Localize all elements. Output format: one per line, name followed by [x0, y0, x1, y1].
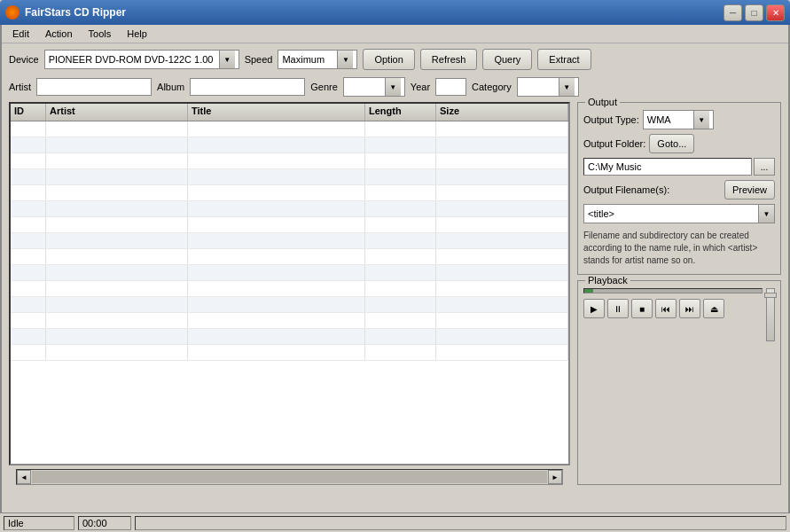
query-button[interactable]: Query: [482, 49, 532, 70]
minimize-button[interactable]: ─: [724, 4, 742, 21]
app-title: FairStars CD Ripper: [25, 6, 126, 19]
col-id-header: ID: [11, 104, 46, 121]
browse-button[interactable]: ...: [754, 158, 775, 176]
horizontal-scrollbar[interactable]: ◄ ►: [16, 469, 563, 485]
progress-fill: [584, 289, 593, 293]
device-input[interactable]: [45, 53, 219, 66]
table-row[interactable]: [11, 137, 568, 153]
pause-button[interactable]: ⏸: [607, 299, 629, 318]
prev-button[interactable]: ⏮: [655, 299, 677, 318]
title-bar: FairStars CD Ripper ─ □ ✕: [0, 0, 790, 25]
filename-input[interactable]: [584, 207, 758, 220]
table-row[interactable]: [11, 249, 568, 265]
artist-label: Artist: [9, 82, 31, 92]
right-panel: Output Output Type: ▼ Output Folder: Got…: [577, 102, 781, 485]
output-type-row: Output Type: ▼: [583, 110, 775, 129]
table-row[interactable]: [11, 265, 568, 281]
filename-label-row: Output Filename(s): Preview: [583, 180, 775, 200]
window-controls: ─ □ ✕: [724, 4, 785, 21]
scroll-track[interactable]: [32, 471, 547, 483]
play-button[interactable]: ▶: [583, 299, 605, 318]
speed-input[interactable]: [278, 53, 337, 66]
table-row[interactable]: [11, 217, 568, 233]
menu-bar: Edit Action Tools Help: [2, 25, 788, 43]
preview-button[interactable]: Preview: [724, 180, 775, 200]
extract-button[interactable]: Extract: [537, 49, 591, 70]
album-input[interactable]: [190, 78, 305, 96]
next-button[interactable]: ⏭: [679, 299, 700, 318]
category-label: Category: [472, 82, 512, 92]
output-path-input[interactable]: [583, 158, 752, 176]
filename-hint: Filename and subdirectory can be created…: [583, 228, 775, 269]
table-row[interactable]: [11, 345, 568, 361]
col-size-header: Size: [436, 104, 568, 121]
output-type-arrow[interactable]: ▼: [693, 111, 709, 129]
menu-action[interactable]: Action: [38, 27, 80, 41]
category-arrow[interactable]: ▼: [559, 78, 575, 96]
stop-button[interactable]: ■: [631, 299, 653, 318]
track-body: [11, 121, 568, 464]
menu-help[interactable]: Help: [120, 27, 154, 41]
menu-edit[interactable]: Edit: [5, 27, 36, 41]
output-path-row: ...: [583, 158, 775, 176]
progress-track[interactable]: [583, 288, 763, 293]
device-arrow[interactable]: ▼: [219, 51, 235, 68]
table-row[interactable]: [11, 281, 568, 297]
table-row[interactable]: [11, 201, 568, 217]
refresh-button[interactable]: Refresh: [420, 49, 478, 70]
genre-combo[interactable]: ▼: [343, 77, 405, 97]
volume-slider[interactable]: [766, 288, 775, 341]
col-artist-header: Artist: [46, 104, 188, 121]
eject-button[interactable]: ⏏: [703, 299, 724, 318]
scroll-right-button[interactable]: ►: [548, 470, 562, 484]
table-row[interactable]: [11, 329, 568, 345]
output-group: Output Output Type: ▼ Output Folder: Got…: [577, 102, 781, 275]
main-window: Edit Action Tools Help Device ▼ Speed ▼ …: [0, 25, 790, 532]
device-label: Device: [9, 54, 39, 65]
track-header: ID Artist Title Length Size: [11, 104, 568, 121]
output-type-label: Output Type:: [583, 114, 639, 125]
output-type-input[interactable]: [644, 113, 693, 126]
output-folder-row: Output Folder: Goto...: [583, 134, 775, 153]
output-folder-label: Output Folder:: [583, 138, 645, 149]
table-row[interactable]: [11, 233, 568, 249]
device-combo[interactable]: ▼: [44, 50, 239, 69]
maximize-button[interactable]: □: [745, 4, 763, 21]
status-text: Idle: [4, 516, 74, 530]
speed-arrow[interactable]: ▼: [337, 51, 353, 68]
metadata-row: Artist Album Genre ▼ Year Category ▼: [2, 75, 788, 102]
genre-arrow[interactable]: ▼: [385, 78, 401, 96]
goto-button[interactable]: Goto...: [649, 134, 694, 153]
table-row[interactable]: [11, 121, 568, 137]
category-combo[interactable]: ▼: [517, 77, 579, 97]
filename-arrow[interactable]: ▼: [758, 205, 774, 223]
artist-input[interactable]: [36, 78, 152, 96]
progress-container: [583, 288, 763, 293]
year-label: Year: [411, 82, 430, 92]
scroll-left-button[interactable]: ◄: [17, 470, 31, 484]
genre-label: Genre: [310, 82, 338, 92]
category-input[interactable]: [518, 81, 559, 93]
speed-label: Speed: [245, 54, 273, 65]
table-row[interactable]: [11, 313, 568, 329]
option-button[interactable]: Option: [363, 49, 414, 70]
output-group-title: Output: [585, 97, 620, 107]
speed-combo[interactable]: ▼: [278, 50, 357, 69]
status-time: 00:00: [78, 516, 131, 530]
close-button[interactable]: ✕: [766, 4, 785, 21]
table-row[interactable]: [11, 169, 568, 185]
table-row[interactable]: [11, 185, 568, 201]
filename-label: Output Filename(s):: [583, 184, 669, 195]
year-input[interactable]: [435, 78, 466, 96]
col-title-header: Title: [188, 104, 365, 121]
filename-combo[interactable]: ▼: [583, 204, 775, 223]
menu-tools[interactable]: Tools: [82, 27, 119, 41]
table-row[interactable]: [11, 297, 568, 313]
album-label: Album: [157, 82, 184, 92]
table-row[interactable]: [11, 153, 568, 169]
genre-input[interactable]: [344, 81, 385, 93]
playback-group-title: Playback: [585, 275, 630, 286]
volume-thumb: [764, 293, 777, 298]
output-type-combo[interactable]: ▼: [643, 110, 714, 129]
playback-group: Playback ▶ ⏸: [577, 280, 781, 485]
